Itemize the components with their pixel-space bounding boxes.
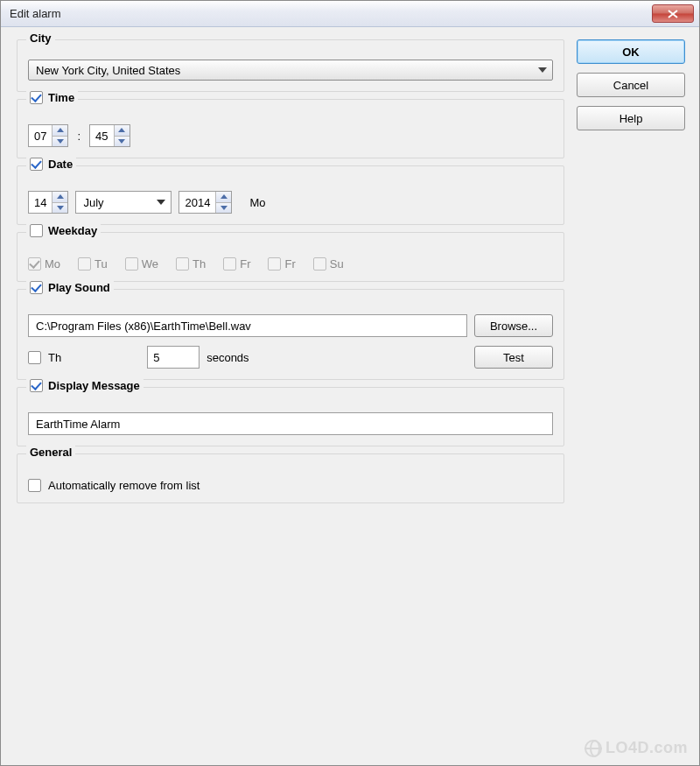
- date-row: 14 July 2014 Mo: [28, 191, 553, 214]
- weekday-fr-checkbox[interactable]: [223, 257, 236, 271]
- weekday-we-checkbox[interactable]: [125, 257, 138, 271]
- seconds-value: 5: [153, 351, 159, 364]
- display-message-legend: Display Message: [26, 379, 144, 392]
- city-legend: City: [26, 32, 55, 45]
- weekday-su-checkbox[interactable]: [313, 257, 326, 271]
- day-value: 14: [29, 192, 52, 213]
- play-sound-group: Play Sound C:\Program Files (x86)\EarthT…: [17, 289, 564, 380]
- message-input[interactable]: EarthTime Alarm: [28, 412, 553, 435]
- time-checkbox[interactable]: [30, 91, 43, 104]
- display-message-label: Display Message: [48, 379, 140, 392]
- spin-down-icon[interactable]: [216, 202, 231, 214]
- spin-down-icon[interactable]: [52, 136, 67, 147]
- city-dropdown[interactable]: New York City, United States: [28, 60, 553, 81]
- hour-spinner[interactable]: 07: [28, 124, 68, 147]
- time-legend: Time: [26, 91, 78, 104]
- test-button[interactable]: Test: [474, 346, 553, 369]
- weekday-mo-checkbox[interactable]: [28, 257, 41, 271]
- display-message-checkbox[interactable]: [30, 379, 43, 392]
- hour-value: 07: [29, 125, 52, 146]
- spin-up-icon[interactable]: [115, 125, 130, 136]
- play-sound-label: Play Sound: [48, 281, 110, 294]
- dialog-body: City New York City, United States Time 0…: [1, 27, 699, 765]
- sound-repeat-row: Th 5 seconds Test: [28, 346, 553, 369]
- year-spinner[interactable]: 2014: [178, 191, 232, 214]
- ok-button[interactable]: OK: [577, 39, 685, 64]
- watermark-text: LO4D.com: [606, 739, 688, 757]
- day-spinner[interactable]: 14: [28, 191, 68, 214]
- spin-up-icon[interactable]: [216, 192, 231, 202]
- date-checkbox[interactable]: [30, 158, 43, 171]
- auto-remove-checkbox[interactable]: [28, 479, 41, 492]
- seconds-label: seconds: [206, 351, 248, 364]
- seconds-input[interactable]: 5: [147, 346, 200, 369]
- weekday-su-label: Su: [330, 257, 344, 271]
- general-legend: General: [26, 446, 75, 459]
- right-column: OK Cancel Help: [577, 39, 685, 756]
- city-label: City: [30, 32, 52, 45]
- month-dropdown[interactable]: July: [75, 191, 172, 214]
- minute-value: 45: [90, 125, 113, 146]
- close-icon: [668, 10, 678, 18]
- edit-alarm-dialog: Edit alarm City New York City, United St…: [0, 0, 700, 766]
- close-button[interactable]: [652, 4, 694, 23]
- time-separator: :: [77, 130, 80, 143]
- auto-remove-label: Automatically remove from list: [48, 479, 200, 492]
- weekday-checkbox[interactable]: [30, 224, 43, 237]
- time-row: 07 : 45: [28, 124, 553, 147]
- display-message-group: Display Message EarthTime Alarm: [17, 387, 564, 446]
- general-group: General Automatically remove from list: [17, 453, 564, 503]
- date-group: Date 14 July 2014 Mo: [17, 165, 564, 225]
- weekday-row: Mo Tu We Th Fr Fr Su: [28, 257, 553, 271]
- sound-path-input[interactable]: C:\Program Files (x86)\EarthTime\Bell.wa…: [28, 314, 467, 337]
- sound-path-row: C:\Program Files (x86)\EarthTime\Bell.wa…: [28, 314, 553, 337]
- spin-down-icon[interactable]: [52, 202, 67, 214]
- help-button[interactable]: Help: [577, 106, 685, 130]
- weekday-label: Weekday: [48, 224, 97, 237]
- weekday-group: Weekday Mo Tu We Th Fr Fr Su: [17, 232, 564, 282]
- minute-spinner[interactable]: 45: [89, 124, 130, 147]
- play-sound-legend: Play Sound: [26, 281, 114, 294]
- spin-down-icon[interactable]: [115, 136, 130, 147]
- message-row: EarthTime Alarm: [28, 412, 553, 435]
- weekday-we-label: We: [142, 257, 158, 271]
- date-label: Date: [48, 158, 73, 171]
- play-sound-checkbox[interactable]: [30, 281, 43, 294]
- weekday-fr2-label: Fr: [284, 257, 295, 271]
- watermark: LO4D.com: [584, 739, 688, 757]
- weekday-tu-checkbox[interactable]: [78, 257, 91, 271]
- weekday-fr2-checkbox[interactable]: [268, 257, 281, 271]
- general-label: General: [30, 446, 72, 459]
- time-group: Time 07 : 45: [17, 99, 564, 158]
- spin-up-icon[interactable]: [52, 192, 67, 202]
- year-value: 2014: [179, 192, 215, 213]
- globe-icon: [584, 740, 602, 757]
- weekday-tu-label: Tu: [94, 257, 108, 271]
- weekday-th-checkbox[interactable]: [176, 257, 189, 271]
- weekday-th-label: Th: [192, 257, 206, 271]
- sound-path-value: C:\Program Files (x86)\EarthTime\Bell.wa…: [36, 320, 251, 333]
- auto-remove-row: Automatically remove from list: [28, 479, 553, 492]
- city-value: New York City, United States: [36, 64, 538, 77]
- window-title: Edit alarm: [10, 7, 652, 20]
- titlebar: Edit alarm: [1, 1, 699, 27]
- repeat-label: Th: [48, 351, 61, 364]
- cancel-button[interactable]: Cancel: [577, 73, 685, 97]
- message-value: EarthTime Alarm: [36, 418, 120, 431]
- city-group: City New York City, United States: [17, 39, 564, 92]
- time-label: Time: [48, 91, 74, 104]
- spin-up-icon[interactable]: [52, 125, 67, 136]
- left-column: City New York City, United States Time 0…: [17, 39, 564, 756]
- date-weekday-indicator: Mo: [249, 196, 265, 209]
- month-value: July: [83, 196, 103, 209]
- repeat-checkbox[interactable]: [28, 351, 41, 364]
- chevron-down-icon: [538, 67, 547, 73]
- chevron-down-icon: [157, 200, 165, 205]
- weekday-fr-label: Fr: [240, 257, 250, 271]
- weekday-mo-label: Mo: [45, 257, 60, 271]
- browse-button[interactable]: Browse...: [474, 314, 553, 337]
- date-legend: Date: [26, 158, 76, 171]
- weekday-legend: Weekday: [26, 224, 101, 237]
